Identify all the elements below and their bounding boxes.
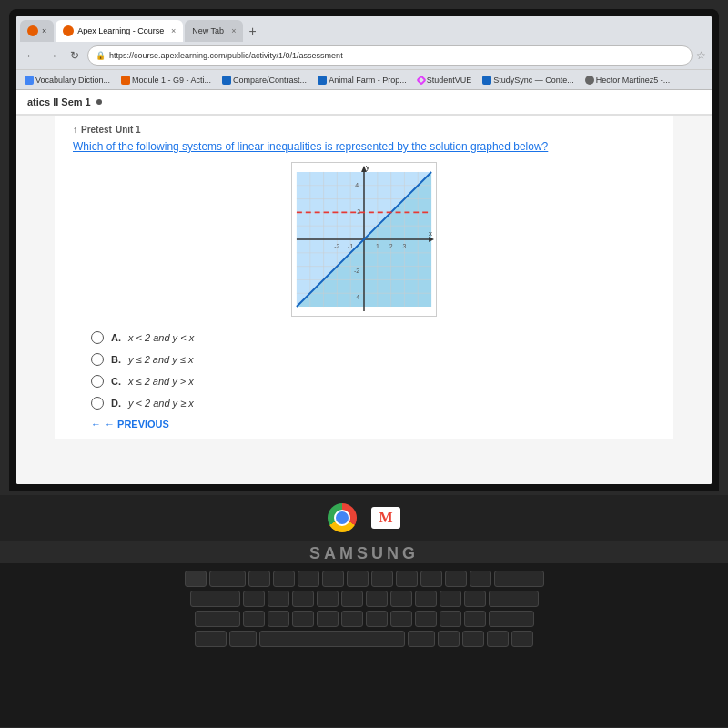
key-p[interactable] [470, 571, 491, 587]
key-i[interactable] [420, 571, 442, 587]
subject-tab: atics II Sem 1 [16, 90, 712, 116]
svg-text:-2: -2 [334, 243, 339, 249]
new-tab-close[interactable]: × [231, 26, 236, 35]
bookmark-icon-compare [222, 76, 231, 85]
key-alt-right[interactable] [408, 631, 435, 647]
laptop-taskbar: M [0, 495, 728, 541]
svg-text:-4: -4 [354, 294, 359, 300]
answer-choice-d[interactable]: D. y < 2 and y ≥ x [91, 397, 637, 410]
key-w[interactable] [273, 571, 295, 587]
bookmark-vocabulary[interactable]: Vocabulary Diction... [22, 72, 113, 88]
key-y[interactable] [371, 571, 393, 587]
key-shift-right[interactable] [489, 611, 534, 627]
screen-bezel: × Apex Learning - Courses × New Tab × + [9, 9, 719, 491]
bookmark-compare[interactable]: Compare/Contrast... [219, 72, 309, 88]
key-s[interactable] [268, 591, 289, 607]
key-enter[interactable] [489, 591, 539, 607]
bookmark-studysync[interactable]: StudySync — Conte... [480, 72, 577, 88]
key-g[interactable] [341, 591, 363, 607]
key-k[interactable] [415, 591, 437, 607]
bookmarks-bar: Vocabulary Diction... Module 1 - G9 - Ac… [16, 69, 712, 89]
key-semi[interactable] [464, 591, 486, 607]
key-x[interactable] [268, 611, 289, 627]
bookmark-icon-animal [318, 76, 327, 85]
key-slash[interactable] [464, 611, 486, 627]
key-z[interactable] [243, 611, 265, 627]
key-j[interactable] [390, 591, 412, 607]
key-dot[interactable] [440, 611, 461, 627]
key-v[interactable] [317, 611, 339, 627]
forward-button[interactable]: → [44, 49, 62, 62]
bookmark-module[interactable]: Module 1 - G9 - Acti... [118, 72, 214, 88]
key-tab[interactable] [209, 571, 246, 587]
bookmark-hector[interactable]: Hector Martinez5 -... [582, 72, 673, 88]
key-comma[interactable] [415, 611, 437, 627]
key-b[interactable] [341, 611, 363, 627]
key-m[interactable] [390, 611, 412, 627]
answer-choice-b[interactable]: B. y ≤ 2 and y ≤ x [91, 353, 637, 366]
key-e[interactable] [298, 571, 319, 587]
radio-b[interactable] [91, 353, 104, 366]
choice-label-a: A. [111, 332, 121, 343]
key-r[interactable] [322, 571, 344, 587]
address-bar[interactable]: 🔒 https://course.apexlearning.com/public… [87, 46, 693, 66]
key-o[interactable] [445, 571, 467, 587]
choice-label-b: B. [111, 354, 121, 365]
radio-d[interactable] [91, 397, 104, 410]
lock-icon: 🔒 [96, 51, 106, 60]
answer-choice-a[interactable]: A. x < 2 and y < x [91, 331, 637, 344]
key-up[interactable] [462, 631, 484, 647]
svg-text:2: 2 [389, 243, 393, 249]
key-n[interactable] [366, 611, 388, 627]
answer-choices: A. x < 2 and y < x B. y ≤ 2 and y ≤ x C.… [73, 331, 655, 410]
bookmark-icon-studysync [482, 76, 491, 85]
svg-text:3: 3 [403, 243, 407, 249]
new-tab-button[interactable]: + [245, 24, 259, 38]
key-left[interactable] [438, 631, 460, 647]
key-d[interactable] [292, 591, 314, 607]
url-text: https://course.apexlearning.com/public/a… [109, 51, 343, 60]
bookmark-star[interactable]: ☆ [696, 49, 706, 62]
key-ctrl-left[interactable] [195, 631, 227, 647]
graph-container: y x -2 -1 1 2 3 2 4 -2 [73, 162, 655, 317]
chrome-taskbar-icon[interactable] [328, 503, 357, 532]
answer-choice-c[interactable]: C. x ≤ 2 and y > x [91, 375, 637, 388]
key-shift-left[interactable] [195, 611, 240, 627]
key-space[interactable] [259, 631, 405, 647]
key-t[interactable] [347, 571, 369, 587]
key-alt-left[interactable] [229, 631, 257, 647]
radio-a[interactable] [91, 331, 104, 344]
key-l[interactable] [440, 591, 461, 607]
previous-link[interactable]: ← ← PREVIOUS [73, 419, 655, 430]
gmail-m-letter: M [379, 510, 392, 526]
key-c[interactable] [292, 611, 314, 627]
key-u[interactable] [396, 571, 418, 587]
browser-chrome: × Apex Learning - Courses × New Tab × + [16, 16, 712, 90]
active-tab[interactable]: Apex Learning - Courses × [56, 20, 183, 42]
choice-text-a: x < 2 and y < x [128, 332, 194, 343]
screen: × Apex Learning - Courses × New Tab × + [16, 16, 712, 484]
key-q[interactable] [248, 571, 270, 587]
key-caps[interactable] [190, 591, 240, 607]
choice-label-c: C. [111, 376, 121, 387]
key-down[interactable] [487, 631, 509, 647]
reload-button[interactable]: ↻ [66, 49, 84, 62]
key-f[interactable] [317, 591, 339, 607]
bookmark-studentvue[interactable]: StudentVUE [415, 72, 475, 88]
inactive-tab[interactable]: × [20, 20, 54, 42]
tab-close-btn[interactable]: × [171, 26, 176, 35]
key-h[interactable] [366, 591, 388, 607]
key-backspace[interactable] [494, 571, 544, 587]
tabs-bar: × Apex Learning - Courses × New Tab × + [16, 16, 712, 42]
bookmark-animal[interactable]: Animal Farm - Prop... [315, 72, 410, 88]
gmail-taskbar-icon[interactable]: M [371, 507, 400, 529]
radio-c[interactable] [91, 375, 104, 388]
new-tab[interactable]: New Tab × [185, 20, 243, 42]
question-text: Which of the following systems of linear… [73, 140, 655, 153]
key-fn[interactable] [185, 571, 207, 587]
back-button[interactable]: ← [22, 49, 40, 62]
bookmark-icon-hector [585, 76, 594, 85]
key-right[interactable] [511, 631, 533, 647]
page-content: atics II Sem 1 ↑ Pretest Unit 1 Which of… [16, 90, 712, 484]
key-a[interactable] [243, 591, 265, 607]
